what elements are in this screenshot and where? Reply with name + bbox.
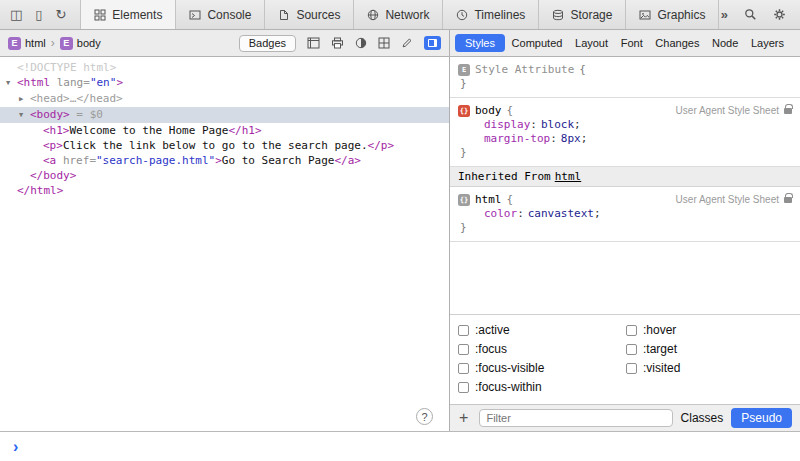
colon: : bbox=[550, 132, 557, 145]
style-filter-input[interactable] bbox=[479, 409, 672, 427]
pseudo-label: :active bbox=[475, 323, 510, 337]
timelines-icon bbox=[456, 9, 468, 21]
dock-side-icon[interactable]: ◫ bbox=[10, 8, 22, 21]
tab-computed[interactable]: Computed bbox=[506, 34, 569, 52]
pseudo-checkbox-focus-within[interactable]: :focus-within bbox=[458, 380, 626, 394]
pseudo-toggle-button[interactable]: Pseudo bbox=[731, 408, 792, 428]
tab-layout[interactable]: Layout bbox=[569, 34, 614, 52]
dom-token bbox=[56, 154, 63, 167]
device-icon[interactable]: ▯ bbox=[35, 8, 42, 21]
pseudo-checkbox-target[interactable]: :target bbox=[626, 342, 794, 356]
tab-graphics[interactable]: Graphics bbox=[626, 0, 719, 29]
body-rule-section[interactable]: {} body { User Agent Style Sheet display… bbox=[450, 98, 800, 167]
print-styles-icon[interactable] bbox=[331, 37, 344, 49]
checkbox-icon bbox=[458, 325, 469, 336]
html-rule-section[interactable]: {} html { User Agent Style Sheet color:c… bbox=[450, 187, 800, 242]
dom-token: > bbox=[215, 154, 222, 167]
p-node[interactable]: <p>Click the link below to go to the sea… bbox=[0, 138, 449, 153]
tab-styles[interactable]: Styles bbox=[455, 34, 505, 52]
breadcrumb-item-body[interactable]: Ebody bbox=[60, 37, 101, 50]
inherited-element-link[interactable]: html bbox=[555, 170, 582, 183]
head-node[interactable]: ▶<head>…</head> bbox=[0, 91, 449, 107]
a-node[interactable]: <a href="search-page.html">Go to Search … bbox=[0, 153, 449, 168]
search-icon[interactable] bbox=[744, 8, 757, 21]
html-open-node[interactable]: ▼<html lang="en"> bbox=[0, 75, 449, 91]
css-property[interactable]: color:canvastext; bbox=[458, 207, 792, 221]
network-icon bbox=[367, 9, 379, 21]
disclosure-right-icon[interactable]: ▶ bbox=[19, 92, 30, 107]
console-icon bbox=[189, 9, 201, 21]
pseudo-label: :focus-visible bbox=[475, 361, 544, 375]
pseudo-checkbox-hover[interactable]: :hover bbox=[626, 323, 794, 337]
dom-token: "search-page.html" bbox=[96, 154, 215, 167]
help-button[interactable]: ? bbox=[416, 408, 433, 425]
pseudo-label: :visited bbox=[643, 361, 680, 375]
tab-label: Sources bbox=[296, 8, 340, 22]
tab-label: Timelines bbox=[474, 8, 525, 22]
badges-button[interactable]: Badges bbox=[239, 35, 296, 52]
dom-token: > bbox=[116, 76, 123, 89]
body-node[interactable]: ▼<body> = $0 bbox=[0, 107, 449, 123]
breadcrumb-label: html bbox=[25, 37, 46, 49]
stylesheet-rule-icon: {} bbox=[458, 105, 470, 117]
rulers-icon[interactable] bbox=[307, 37, 320, 49]
tab-changes[interactable]: Changes bbox=[649, 34, 705, 52]
pseudo-checkbox-focus-visible[interactable]: :focus-visible bbox=[458, 361, 626, 375]
tab-font[interactable]: Font bbox=[615, 34, 649, 52]
html-close-node[interactable]: </html> bbox=[0, 183, 449, 198]
tab-elements[interactable]: Elements bbox=[80, 0, 176, 29]
gear-icon[interactable] bbox=[773, 8, 786, 21]
pseudo-label: :hover bbox=[643, 323, 676, 337]
disclosure-down-icon[interactable]: ▼ bbox=[19, 108, 30, 123]
styles-sidebar: E Style Attribute { } {} body { User Age… bbox=[450, 57, 800, 431]
sources-icon bbox=[278, 9, 290, 21]
h1-node[interactable]: <h1>Welcome to the Home Page</h1> bbox=[0, 123, 449, 138]
tab-network[interactable]: Network bbox=[354, 0, 443, 29]
appearance-icon[interactable] bbox=[355, 37, 367, 49]
dom-token: lang bbox=[57, 76, 84, 89]
classes-toggle-button[interactable]: Classes bbox=[681, 411, 724, 425]
pseudo-checkbox-active[interactable]: :active bbox=[458, 323, 626, 337]
style-attribute-section[interactable]: E Style Attribute { } bbox=[450, 57, 800, 98]
tab-node[interactable]: Node bbox=[706, 34, 744, 52]
reload-icon[interactable]: ↻ bbox=[55, 8, 66, 21]
css-rules-list: E Style Attribute { } {} body { User Age… bbox=[450, 57, 800, 314]
css-property[interactable]: display:block; bbox=[458, 118, 792, 132]
body-close-node[interactable]: </body> bbox=[0, 168, 449, 183]
css-property[interactable]: margin-top:8px; bbox=[458, 132, 792, 146]
checkbox-icon bbox=[626, 325, 637, 336]
dom-token: = bbox=[70, 108, 90, 121]
disclosure-down-icon[interactable]: ▼ bbox=[6, 76, 17, 91]
tab-layers[interactable]: Layers bbox=[745, 34, 790, 52]
breadcrumb-separator: › bbox=[51, 36, 55, 50]
open-brace: { bbox=[579, 63, 586, 77]
tab-storage[interactable]: Storage bbox=[539, 0, 626, 29]
stylesheet-source-label: User Agent Style Sheet bbox=[676, 193, 792, 207]
semicolon: ; bbox=[581, 132, 588, 145]
breadcrumb-item-html[interactable]: Ehtml bbox=[8, 37, 46, 50]
pseudo-checkbox-visited[interactable]: :visited bbox=[626, 361, 794, 375]
tab-timelines[interactable]: Timelines bbox=[443, 0, 539, 29]
property-value: canvastext bbox=[528, 207, 594, 220]
quick-console[interactable]: › bbox=[0, 431, 800, 461]
paint-flashing-icon[interactable] bbox=[401, 37, 413, 49]
dom-token: </h1> bbox=[228, 124, 261, 137]
rule-selector: body bbox=[475, 104, 502, 118]
details-sidebar-icon[interactable] bbox=[424, 36, 441, 50]
pseudo-checkbox-focus[interactable]: :focus bbox=[458, 342, 626, 356]
breadcrumb-label: body bbox=[77, 37, 101, 49]
element-badge-icon: E bbox=[60, 37, 73, 50]
tab-sources[interactable]: Sources bbox=[265, 0, 354, 29]
dom-token: <html bbox=[17, 76, 50, 89]
breadcrumb: Ehtml›Ebody bbox=[8, 36, 101, 50]
doctype-node[interactable]: <!DOCTYPE html> bbox=[0, 60, 449, 75]
pseudo-label: :target bbox=[643, 342, 677, 356]
lock-icon bbox=[784, 197, 792, 203]
new-rule-add-button[interactable]: + bbox=[456, 410, 471, 426]
tab-overflow-icon[interactable]: » bbox=[721, 7, 728, 22]
dom-token: <h1> bbox=[43, 124, 70, 137]
tab-console[interactable]: Console bbox=[176, 0, 265, 29]
grid-overlay-icon[interactable] bbox=[378, 37, 390, 49]
checkbox-icon bbox=[458, 363, 469, 374]
elements-toolbar: Ehtml›Ebody Badges bbox=[0, 30, 450, 56]
